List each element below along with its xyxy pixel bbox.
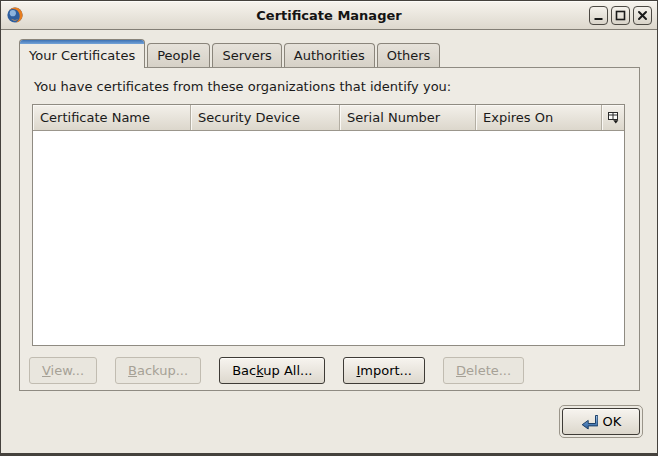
tab-others[interactable]: Others (377, 43, 441, 67)
column-header-certificate-name[interactable]: Certificate Name (33, 105, 191, 130)
backup-all-button[interactable]: Backup All... (219, 357, 325, 384)
certificate-manager-window: Certificate Manager Your Certificates Pe… (0, 0, 658, 456)
minimize-button[interactable] (589, 6, 608, 25)
tab-panel-your-certificates: You have certificates from these organiz… (19, 67, 640, 391)
tab-authorities[interactable]: Authorities (284, 43, 375, 67)
column-header-security-device[interactable]: Security Device (191, 105, 340, 130)
certificates-table: Certificate Name Security Device Serial … (32, 104, 625, 346)
tab-label: Your Certificates (29, 48, 135, 63)
tab-your-certificates[interactable]: Your Certificates (19, 39, 145, 68)
column-header-expires-on[interactable]: Expires On (476, 105, 602, 130)
column-picker-icon (607, 111, 620, 124)
firefox-icon (6, 6, 24, 24)
tab-label: People (157, 48, 200, 63)
tab-people[interactable]: People (147, 43, 210, 67)
maximize-button[interactable] (611, 6, 630, 25)
table-header-row: Certificate Name Security Device Serial … (33, 105, 624, 131)
delete-button[interactable]: Delete... (443, 357, 524, 384)
tab-label: Servers (222, 48, 271, 63)
titlebar[interactable]: Certificate Manager (1, 1, 657, 30)
ok-button[interactable]: OK (562, 408, 640, 435)
tab-servers[interactable]: Servers (212, 43, 281, 67)
column-header-serial-number[interactable]: Serial Number (340, 105, 476, 130)
close-icon (637, 10, 648, 21)
tab-bar: Your Certificates People Servers Authori… (19, 39, 442, 67)
action-button-row: View... Backup... Backup All... Import..… (29, 357, 524, 384)
view-button[interactable]: View... (29, 357, 97, 384)
window-title: Certificate Manager (1, 8, 657, 23)
minimize-icon (593, 10, 604, 21)
default-button-ring: OK (559, 405, 643, 438)
description-text: You have certificates from these organiz… (34, 79, 451, 94)
certificates-list-empty[interactable] (33, 131, 624, 345)
backup-button[interactable]: Backup... (115, 357, 201, 384)
tab-label: Others (387, 48, 431, 63)
ok-label: OK (603, 414, 622, 429)
enter-arrow-icon (581, 414, 598, 430)
close-button[interactable] (633, 6, 652, 25)
tab-label: Authorities (294, 48, 365, 63)
maximize-icon (615, 10, 626, 21)
window-controls (589, 6, 652, 25)
column-picker-button[interactable] (602, 105, 624, 130)
import-button[interactable]: Import... (343, 357, 425, 384)
